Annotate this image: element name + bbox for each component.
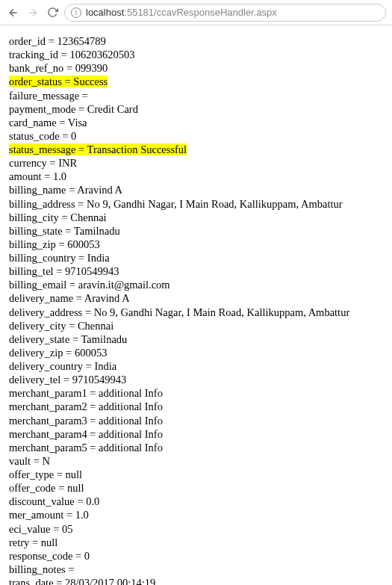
response-value: Chennai bbox=[78, 320, 113, 332]
response-value: 9710549943 bbox=[65, 265, 119, 277]
response-value: Success bbox=[73, 75, 108, 87]
info-icon: i bbox=[71, 7, 81, 18]
response-key: merchant_param1 bbox=[9, 387, 87, 399]
response-key: offer_code bbox=[9, 482, 56, 494]
url-host: localhost bbox=[86, 7, 124, 18]
response-value: 28/03/2017 00:14:19 bbox=[65, 577, 155, 585]
response-key: delivery_zip bbox=[9, 347, 63, 359]
response-key: billing_tel bbox=[9, 265, 54, 277]
response-key: bank_ref_no bbox=[9, 62, 63, 74]
response-line: delivery_address = No 9, Gandhi Nagar, I… bbox=[9, 306, 383, 319]
response-key: tracking_id bbox=[9, 49, 58, 61]
response-line: delivery_tel = 9710549943 bbox=[9, 373, 383, 386]
response-content: order_id = 123654789tracking_id = 106203… bbox=[0, 25, 392, 585]
response-key: retry bbox=[9, 536, 29, 548]
response-key: currency bbox=[9, 157, 47, 169]
response-line: mer_amount = 1.0 bbox=[9, 508, 383, 521]
response-value: 1.0 bbox=[75, 509, 89, 521]
browser-toolbar: i localhost:55181/ccavResponseHandler.as… bbox=[0, 0, 392, 25]
response-key: merchant_param3 bbox=[9, 415, 87, 427]
forward-button[interactable] bbox=[25, 5, 40, 20]
response-line: delivery_name = Aravind A bbox=[9, 291, 383, 305]
response-line: order_status = Success bbox=[9, 75, 383, 88]
response-key: merchant_param5 bbox=[9, 442, 87, 454]
response-value: India bbox=[95, 360, 117, 372]
response-key: merchant_param2 bbox=[9, 400, 87, 412]
response-key: order_status bbox=[9, 75, 62, 87]
response-value: 600053 bbox=[67, 238, 100, 250]
response-value: No 9, Gandhi Nagar, I Main Road, Kalliku… bbox=[94, 306, 350, 318]
response-line: billing_tel = 9710549943 bbox=[9, 264, 383, 278]
response-key: discount_value bbox=[9, 495, 75, 507]
url-port: :55181 bbox=[124, 7, 154, 18]
response-line: delivery_city = Chennai bbox=[9, 319, 383, 332]
response-key: delivery_tel bbox=[9, 374, 60, 386]
response-line: retry = null bbox=[9, 536, 383, 549]
response-line: status_code = 0 bbox=[9, 129, 383, 143]
response-key: mer_amount bbox=[9, 509, 63, 521]
response-value: null bbox=[67, 482, 84, 494]
response-line: currency = INR bbox=[9, 156, 383, 170]
response-key: billing_name bbox=[9, 184, 66, 196]
response-value: 1.0 bbox=[53, 170, 66, 182]
response-line: merchant_param4 = additional Info bbox=[9, 427, 383, 441]
response-value: 0 bbox=[71, 130, 76, 142]
response-key: response_code bbox=[9, 550, 72, 562]
response-line: amount = 1.0 bbox=[9, 170, 383, 183]
response-value: N bbox=[42, 455, 49, 467]
response-value: Tamilnadu bbox=[74, 225, 120, 237]
response-line: delivery_zip = 600053 bbox=[9, 346, 383, 359]
response-key: eci_value bbox=[9, 523, 51, 535]
response-value: 123654789 bbox=[57, 35, 106, 47]
response-key: payment_mode bbox=[9, 103, 75, 115]
address-bar[interactable]: i localhost:55181/ccavResponseHandler.as… bbox=[64, 4, 386, 22]
response-line: merchant_param3 = additional Info bbox=[9, 414, 383, 427]
response-value: aravin.it@gmail.com bbox=[78, 279, 170, 291]
response-value: additional Info bbox=[99, 428, 163, 440]
back-button[interactable] bbox=[6, 5, 21, 20]
response-line: delivery_country = India bbox=[9, 359, 383, 373]
response-key: billing_city bbox=[9, 211, 59, 223]
response-line: card_name = Visa bbox=[9, 116, 383, 129]
response-value: 106203620503 bbox=[69, 49, 134, 61]
highlight: order_status = Success bbox=[9, 75, 108, 87]
response-key: billing_zip bbox=[9, 238, 56, 250]
response-key: merchant_param4 bbox=[9, 428, 87, 440]
response-value: Transaction Successful bbox=[87, 143, 187, 155]
response-value: Tamilnadu bbox=[81, 333, 128, 345]
response-line: response_code = 0 bbox=[9, 549, 383, 563]
response-line: eci_value = 05 bbox=[9, 522, 383, 536]
response-line: billing_address = No 9, Gandhi Nagar, I … bbox=[9, 197, 383, 211]
response-line: trans_date = 28/03/2017 00:14:19 bbox=[9, 576, 383, 585]
response-value: additional Info bbox=[99, 387, 163, 399]
response-key: billing_notes bbox=[9, 563, 66, 575]
response-line: offer_type = null bbox=[9, 468, 383, 481]
response-line: tracking_id = 106203620503 bbox=[9, 48, 383, 61]
response-line: billing_country = India bbox=[9, 251, 383, 264]
url-text: localhost:55181/ccavResponseHandler.aspx bbox=[86, 7, 277, 18]
response-line: failure_message = bbox=[9, 89, 383, 102]
reload-button[interactable] bbox=[45, 5, 60, 20]
response-line: billing_name = Aravind A bbox=[9, 183, 383, 196]
response-value: additional Info bbox=[99, 442, 163, 454]
response-value: Aravind A bbox=[77, 184, 122, 196]
response-value: null bbox=[41, 536, 58, 548]
response-value: null bbox=[66, 468, 83, 480]
response-key: billing_address bbox=[9, 198, 75, 210]
response-key: card_name bbox=[9, 117, 57, 129]
response-value: 0 bbox=[84, 550, 90, 562]
response-value: Chennai bbox=[70, 211, 106, 223]
response-value: 05 bbox=[62, 523, 73, 535]
response-line: billing_state = Tamilnadu bbox=[9, 224, 383, 238]
response-key: billing_state bbox=[9, 225, 63, 237]
response-line: billing_notes = bbox=[9, 563, 383, 576]
response-key: order_id bbox=[9, 35, 46, 47]
response-line: offer_code = null bbox=[9, 481, 383, 495]
response-key: offer_type bbox=[9, 468, 54, 480]
response-line: merchant_param1 = additional Info bbox=[9, 386, 383, 400]
response-line: merchant_param2 = additional Info bbox=[9, 400, 383, 413]
response-key: billing_country bbox=[9, 252, 75, 264]
response-line: status_message = Transaction Successful bbox=[9, 143, 383, 156]
response-value: No 9, Gandhi Nagar, I Main Road, Kalliku… bbox=[87, 198, 343, 210]
response-line: billing_zip = 600053 bbox=[9, 238, 383, 251]
